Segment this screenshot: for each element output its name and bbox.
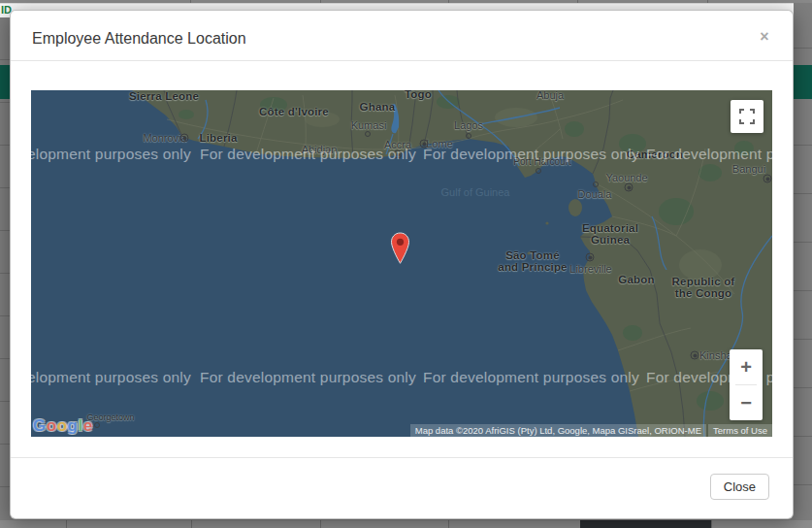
fullscreen-icon (739, 109, 755, 124)
monrovia-capital-icon (180, 134, 189, 143)
map-attribution: Map data ©2020 AfriGIS (Pty) Ltd, Google… (410, 424, 772, 437)
bg-bottom-dark-cell (580, 520, 711, 528)
fullscreen-button[interactable] (731, 100, 763, 133)
yaounde-capital-icon (625, 183, 633, 192)
kumasi-dot-icon (365, 131, 371, 137)
attribution-text: Map data ©2020 AfriGIS (Pty) Ltd, Google… (410, 424, 706, 437)
modal-footer-divider (11, 457, 793, 458)
douala-dot-icon (593, 182, 599, 187)
terms-of-use-link[interactable]: Terms of Use (708, 424, 772, 437)
location-marker-pin[interactable] (390, 232, 410, 265)
libreville-capital-icon (586, 253, 595, 262)
lagos-dot-icon (466, 133, 471, 139)
employee-attendance-location-modal: Employee Attendance Location × (10, 10, 794, 519)
lome-capital-icon (420, 140, 429, 148)
map-canvas[interactable]: Sierra LeoneCôte d'IvoireGhanaTogoLiberi… (31, 90, 772, 437)
bangui-capital-icon (763, 175, 772, 183)
zoom-in-button[interactable]: + (730, 349, 763, 384)
georgetown-dot-icon (94, 422, 100, 428)
zoom-out-button[interactable]: − (730, 385, 763, 420)
close-icon[interactable]: × (756, 28, 773, 46)
accra-capital-icon (394, 150, 403, 159)
zoom-control: + − (730, 349, 763, 420)
modal-header: Employee Attendance Location × (11, 11, 793, 61)
close-button[interactable]: Close (710, 474, 769, 500)
kinshasa-capital-icon (691, 351, 699, 360)
modal-title: Employee Attendance Location (32, 30, 246, 48)
port-harcourt-dot-icon (536, 168, 541, 174)
